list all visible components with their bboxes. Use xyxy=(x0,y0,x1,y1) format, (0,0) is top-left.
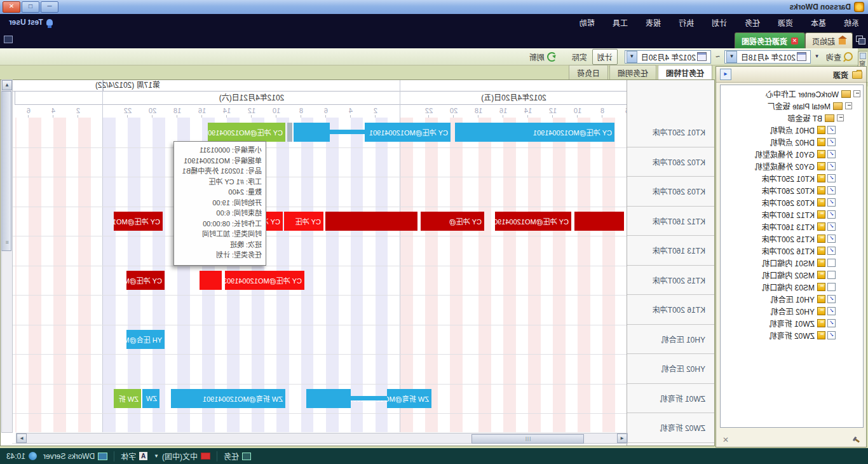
gantt-row-label[interactable]: KT03 260T冲床 xyxy=(627,177,714,207)
checkbox[interactable]: ✓ xyxy=(827,295,836,303)
checkbox[interactable]: ✓ xyxy=(827,331,836,339)
font-indicator[interactable]: A 字体 xyxy=(121,451,147,461)
gantt-row-label[interactable]: YH02 压合机 xyxy=(627,354,714,384)
panel-close-icon[interactable]: ✕ xyxy=(722,435,729,444)
view-tab-0[interactable]: 任务甘特图 xyxy=(658,65,712,79)
tree-leaf[interactable]: MS02 内缩口机 xyxy=(721,269,863,281)
tree-leaf[interactable]: ✓KT12 160T冲床 xyxy=(721,208,863,221)
date-from-dropdown-icon[interactable]: ▼ xyxy=(726,51,737,63)
tree-leaf[interactable]: ✓DH01 点焊机 xyxy=(721,124,863,136)
actual-button[interactable]: 实际 xyxy=(567,49,592,65)
menu-item-3[interactable]: 任务 xyxy=(736,15,769,31)
gantt-row-label[interactable]: KT16 200T冲床 xyxy=(627,295,714,325)
gantt-bar[interactable]: ZW 折弯@MO120041901 xyxy=(171,389,285,408)
tools-icon[interactable] xyxy=(853,437,860,442)
checkbox[interactable]: ✓ xyxy=(827,126,836,134)
gantt-bar[interactable]: ZW 折 xyxy=(114,389,141,408)
checkbox[interactable]: ✓ xyxy=(827,186,836,194)
plan-button[interactable]: 计划 xyxy=(592,49,618,65)
horizontal-scroll-thumb[interactable]: ||| xyxy=(471,434,584,444)
scroll-up-icon[interactable]: ▲ xyxy=(2,80,12,90)
tree-expander-icon[interactable] xyxy=(853,90,860,97)
checkbox[interactable]: ✓ xyxy=(827,319,836,327)
date-to-dropdown-icon[interactable]: ▼ xyxy=(627,51,637,63)
tree-leaf[interactable]: ✓GY01 外桶成型机 xyxy=(721,148,863,160)
tree-node[interactable]: Metal Plate 钣金厂 xyxy=(721,100,863,112)
checkbox[interactable]: ✓ xyxy=(827,222,836,231)
minimize-button[interactable]: ─ xyxy=(41,1,58,13)
tree-leaf[interactable]: ✓ZW01 折弯机 xyxy=(721,317,863,329)
language-indicator[interactable]: 中文(中国) ▼ xyxy=(154,451,210,461)
tree-leaf[interactable]: ✓KT02 260T冲床 xyxy=(721,184,863,196)
date-from-field[interactable]: 2012年 4月18日 ▼ xyxy=(724,50,811,64)
view-tab-2[interactable]: 日负荷 xyxy=(569,65,608,79)
tree-leaf[interactable]: ✓KT15 200T冲床 xyxy=(721,233,863,245)
window-state-icon[interactable] xyxy=(4,36,13,43)
panel-collapse-button[interactable]: ◂ xyxy=(720,69,731,80)
query-button[interactable]: 查询 xyxy=(821,49,858,65)
view-tab-1[interactable]: 任务明细 xyxy=(609,65,656,79)
refresh-button[interactable]: 刷新 xyxy=(524,49,562,65)
gantt-bar-connector[interactable] xyxy=(351,396,387,400)
vertical-scroll-thumb[interactable] xyxy=(1,91,11,251)
tree-leaf[interactable]: ✓YH01 压合机 xyxy=(721,293,863,305)
menu-item-7[interactable]: 工具 xyxy=(604,15,637,31)
menu-item-2[interactable]: 资源 xyxy=(769,15,802,31)
gantt-bar[interactable]: CY 冲压@MO120041904 xyxy=(495,212,571,231)
tree-node[interactable]: BT 钣金部 xyxy=(721,112,863,124)
tray-server[interactable]: DWorks Server xyxy=(43,452,107,461)
gantt-row-label[interactable]: ZW02 折弯机 xyxy=(627,413,714,443)
checkbox[interactable]: ✓ xyxy=(827,235,836,243)
scroll-right-icon[interactable]: ► xyxy=(17,433,27,443)
checkbox[interactable]: ✓ xyxy=(827,210,836,219)
clock[interactable]: 10:43 xyxy=(6,452,37,461)
checkbox[interactable]: ✓ xyxy=(827,150,836,158)
checkbox[interactable]: ✓ xyxy=(827,247,836,255)
tree-leaf[interactable]: MS01 内缩口机 xyxy=(721,257,863,269)
tree-leaf[interactable]: ✓GY02 外桶成型机 xyxy=(721,160,863,172)
vertical-scrollbar[interactable]: ▲ xyxy=(1,79,13,433)
checkbox[interactable]: ✓ xyxy=(827,138,836,146)
gantt-bar[interactable] xyxy=(306,389,351,408)
tree-leaf[interactable]: ✓ZW02 折弯机 xyxy=(721,329,863,341)
scroll-left-icon[interactable]: ◄ xyxy=(617,433,627,443)
close-button[interactable]: ✕ xyxy=(3,1,20,13)
gantt-bar[interactable]: CY 冲压@MO120041902 xyxy=(208,123,285,142)
tree-leaf[interactable]: ✓KT03 260T冲床 xyxy=(721,196,863,208)
menu-item-1[interactable]: 基本 xyxy=(802,15,835,31)
gantt-bar[interactable] xyxy=(325,212,417,231)
maximize-button[interactable]: □ xyxy=(22,1,39,13)
gantt-row-label[interactable]: KT15 200T冲床 xyxy=(627,266,714,296)
menu-item-0[interactable]: 系统 xyxy=(835,15,868,31)
gantt-bar[interactable] xyxy=(287,123,292,142)
gantt-bar[interactable]: CY 冲压 xyxy=(284,212,323,231)
gantt-row-label[interactable]: KT13 160T冲床 xyxy=(627,236,714,266)
tree-leaf[interactable]: ✓KT16 200T冲床 xyxy=(721,245,863,257)
checkbox[interactable]: ✓ xyxy=(827,174,836,182)
tree-expander-icon[interactable] xyxy=(845,102,852,109)
checkbox[interactable]: ✓ xyxy=(827,162,836,170)
gantt-bar[interactable] xyxy=(294,123,330,142)
gantt-bar[interactable]: CY 冲压@MO120041901 xyxy=(365,123,451,142)
gantt-row-label[interactable]: KT01 250T冲床 xyxy=(627,118,714,147)
checkbox[interactable] xyxy=(827,259,836,267)
gantt-row-label[interactable]: KT02 260T冲床 xyxy=(627,147,714,177)
tree-expander-icon[interactable] xyxy=(837,114,844,121)
tree-leaf[interactable]: ✓KT01 250T冲床 xyxy=(721,172,863,184)
checkbox[interactable] xyxy=(827,283,836,291)
gantt-bar-connector[interactable] xyxy=(330,130,365,134)
tab-start-page[interactable]: 起始页 xyxy=(805,32,853,48)
checkbox[interactable] xyxy=(827,271,836,279)
checkbox[interactable]: ✓ xyxy=(827,198,836,207)
gantt-bar[interactable]: CY 冲压@MO1 xyxy=(114,212,163,231)
gantt-row-label[interactable]: ZW01 折弯机 xyxy=(627,384,714,414)
menu-item-6[interactable]: 报表 xyxy=(637,15,670,31)
menu-item-8[interactable]: 帮助 xyxy=(571,15,604,31)
date-to-field[interactable]: 2012年 4月30日 ▼ xyxy=(625,50,711,64)
menu-item-5[interactable]: 执行 xyxy=(670,15,703,31)
gantt-bar[interactable]: ZW xyxy=(142,389,159,408)
tab-close-icon[interactable]: ✕ xyxy=(791,38,798,44)
gantt-row-label[interactable]: YH01 压合机 xyxy=(627,325,714,355)
gantt-bar[interactable]: CY 冲压@MO1 xyxy=(126,271,165,290)
tab-resource-task-view[interactable]: ✕ 资源任务视图 xyxy=(735,32,805,48)
